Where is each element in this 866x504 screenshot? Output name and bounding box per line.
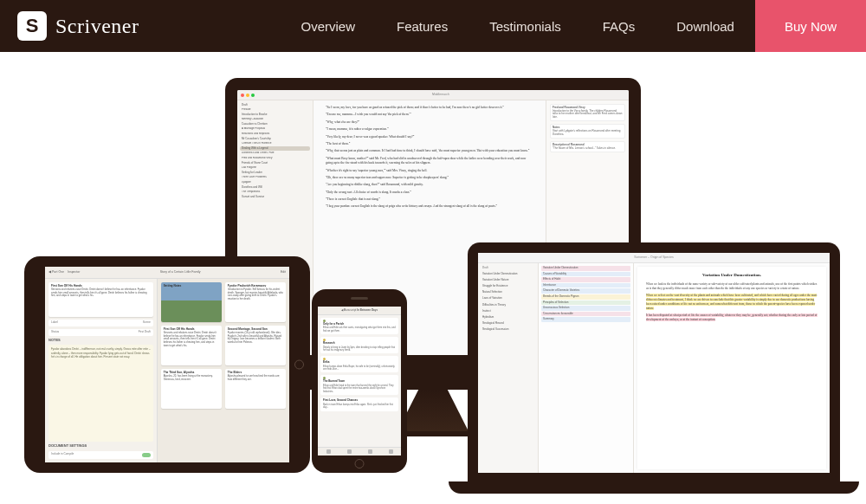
outline-row[interactable]: Principles of Selection [541,300,630,306]
binder-item[interactable]: Three Love Problems [240,176,310,180]
binder-item[interactable]: Geological Record [481,321,535,326]
binder-item[interactable]: Lydgate [240,181,310,185]
ipad-home-button[interactable] [294,360,304,370]
corkboard-card[interactable]: The EldersAlyosha pleased to see how fon… [225,369,286,409]
editor-paragraph: “Oh, there are so many superior teas and… [326,176,533,180]
binder-item[interactable]: Casaubon vs Chettam [240,122,310,126]
iphone-tabbar [318,447,401,456]
binder-item[interactable]: Setting for Leader [240,171,310,175]
ipad-edit-button[interactable]: Edit [281,270,286,274]
nav-overview[interactable]: Overview [280,0,376,52]
device-laptop: Scrivener – Origin of Species Draft Vari… [468,242,840,483]
corkboard-card[interactable]: Fyodor Pavlovich KaramazovIntroduction t… [225,282,286,322]
binder-item[interactable]: Laws of Variation [481,296,535,301]
nav-download[interactable]: Download [656,0,755,52]
card-title: Only for a Parish [323,323,396,326]
ipad-docsettings-heading: DOCUMENT SETTINGS [48,444,153,449]
corkboard-card[interactable]: The Third Son, AlyoshaAlyosha, 20, has b… [161,369,222,409]
binder-item[interactable]: A Marriage Proposal [240,127,310,132]
ipad-notes-body[interactable]: Fyodor abandons Dmitri – indifference, n… [48,345,153,442]
nav-testimonials[interactable]: Testimonials [469,0,582,52]
corkboard-card[interactable]: Setting Notes [161,282,222,322]
card-title: The Burned Town [323,380,396,384]
inspector-notes[interactable]: Notes Start with Lydgate's reflections o… [550,124,625,139]
ipad-synopsis-card[interactable]: First Son Off His Hands Servants and rel… [48,282,153,317]
binder-item[interactable]: Prelude [240,108,310,113]
outline-row[interactable]: Causes of Variability [541,272,630,277]
traffic-max-icon[interactable] [251,94,255,97]
brand-logo[interactable]: S Scrivener [17,11,139,41]
tab-icon[interactable] [347,449,352,454]
ipad-include-compile[interactable]: Include in Compile [48,451,153,459]
binder-item[interactable]: Hybridism [481,315,535,320]
inspector-synopsis[interactable]: Fred and Rosamond Vincy Introduction to … [550,104,625,121]
binder-item[interactable]: Reactions and Reproofs [240,132,310,137]
outline-row[interactable]: Breeds of the Domestic Pigeon [541,294,630,300]
outline-row[interactable]: Effects of Habit [541,277,630,282]
binder-item[interactable]: Chettam Tries in Florence [240,142,310,146]
laptop-editor-page[interactable]: Variation Under Domestication. When we l… [637,267,826,469]
toggle-icon[interactable] [142,453,151,457]
card-body: Fyodor marries (16 yr old orphan/ward). … [228,331,281,344]
outline-row[interactable]: Circumstances favourable [541,312,630,317]
binder-item[interactable]: Fred and Rosamond Vincy [240,157,310,161]
binder-item[interactable]: Natural Selection [481,290,535,295]
binder-item[interactable]: Meeting Casaubon [240,118,310,122]
outline-row[interactable]: Unconscious Selection [541,306,630,311]
binder-item-selected[interactable]: Dealing With a Legend [240,146,310,151]
binder-item[interactable]: Geological Succession [481,327,535,333]
binder-item[interactable]: Instinct [481,309,535,314]
traffic-min-icon[interactable] [246,94,249,97]
iphone-card[interactable]: ErikaEthan bumps down Erika Bayer, his w… [320,356,398,372]
iphone-corkboard[interactable]: Only for a ParishEthan and Edie ask thei… [318,315,401,447]
binder-item[interactable]: Lad Forgone [240,166,310,171]
laptop-binder[interactable]: Draft Variation Under Domestication Vari… [478,263,539,473]
binder-item[interactable]: Variation Under Nature [481,278,535,283]
ipad-label-field[interactable]: Label Scene [48,320,153,326]
buy-now-button[interactable]: Buy Now [755,0,866,52]
binder-item[interactable]: The Templetons [240,191,310,195]
ipad-back-button[interactable]: ◀ Part One [48,270,64,274]
binder-item[interactable]: Dorothea's and Others' Fate [240,152,310,156]
iphone-card[interactable]: First Love, Second ChancesBack in town E… [320,397,398,411]
binder-item[interactable]: Draft [240,103,310,107]
outline-row[interactable]: Inheritance [541,283,630,288]
ipad-corkboard[interactable]: Setting Notes Fyodor Pavlovich Karamazov… [158,279,289,462]
tab-icon[interactable] [326,449,331,454]
binder-item[interactable]: Dorothea and Will [240,185,310,190]
laptop-outline[interactable]: Variation Under Domestication Causes of … [539,263,634,473]
nav-features[interactable]: Features [376,0,469,52]
editor-paragraph: “Only the wrong sort. All choice of word… [326,191,533,195]
card-body: Introduction to Fyodor. Still famous for… [228,288,283,300]
editor-paragraph: “I beg your pardon: correct English is t… [326,204,533,209]
iphone-card[interactable]: The Burned TownEthan and Edie head to th… [320,375,398,395]
outline-row[interactable]: Variation Under Domestication [541,266,630,271]
tab-icon[interactable] [368,449,372,454]
traffic-close-icon[interactable] [241,94,244,97]
corkboard-card[interactable]: Second Marriage, Second SonFyodor marrie… [225,326,286,365]
iphone-card[interactable]: Only for a ParishEthan and Edie ask thei… [320,318,398,334]
field-name: Label [51,321,58,325]
binder-item[interactable]: Sunset and Sunrise [240,195,310,199]
iphone-back[interactable]: ◀ Manuscript [341,309,357,313]
binder-item[interactable]: Friends of Stone Court [240,161,310,165]
inspector-extra[interactable]: Description of Rosamond “The flower of M… [550,141,625,152]
binder-item[interactable]: Variation Under Domestication [481,272,535,277]
iphone-home-button[interactable] [355,459,365,468]
extra-body: “The flower of Mrs. Lemon's school...” T… [553,146,616,150]
binder-item[interactable]: Struggle for Existence [481,284,535,289]
corkboard-card[interactable]: First Son Off His HandsServants and rela… [161,326,222,365]
outline-row[interactable]: Summary [541,317,630,322]
card-title: Research [323,342,396,346]
ipad-status-field[interactable]: Status First Draft [48,329,153,336]
ipad-inspector-label[interactable]: Inspector [68,270,80,274]
outline-row[interactable]: Character of Domestic Varieties [541,288,630,294]
binder-item[interactable]: Introduction to Brooke [240,113,310,117]
nav-faqs[interactable]: FAQs [582,0,656,52]
tab-icon[interactable] [389,449,393,454]
binder-item[interactable]: Difficulties in Theory [481,303,535,308]
iphone-card[interactable]: ResearchDetails to bring to Janet by 5pm… [320,337,398,353]
iphone-title: In Between Days [357,309,378,313]
binder-item[interactable]: Mr Casaubon's Courtship [240,137,310,141]
editor-paragraph: “Whether it's right to say 'superior you… [326,169,533,173]
